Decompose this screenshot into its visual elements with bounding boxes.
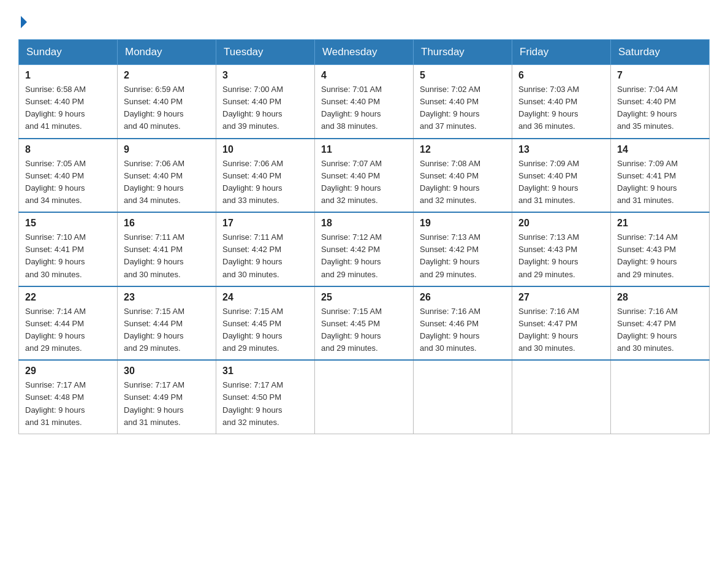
calendar-cell: 26Sunrise: 7:16 AMSunset: 4:46 PMDayligh…: [414, 286, 512, 361]
calendar-cell: [611, 360, 710, 434]
logo-arrow-icon: [21, 16, 27, 28]
day-info: Sunrise: 7:06 AMSunset: 4:40 PMDaylight:…: [124, 158, 210, 207]
day-info: Sunrise: 7:01 AMSunset: 4:40 PMDaylight:…: [321, 83, 407, 133]
calendar-cell: 8Sunrise: 7:05 AMSunset: 4:40 PMDaylight…: [19, 139, 118, 213]
day-info: Sunrise: 7:07 AMSunset: 4:40 PMDaylight:…: [321, 158, 407, 207]
day-info: Sunrise: 7:00 AMSunset: 4:40 PMDaylight:…: [222, 83, 308, 133]
calendar-cell: 10Sunrise: 7:06 AMSunset: 4:40 PMDayligh…: [216, 139, 315, 213]
day-number: 5: [420, 70, 506, 81]
calendar-cell: 1Sunrise: 6:58 AMSunset: 4:40 PMDaylight…: [19, 65, 118, 139]
calendar-cell: 18Sunrise: 7:12 AMSunset: 4:42 PMDayligh…: [315, 212, 414, 286]
day-info: Sunrise: 7:05 AMSunset: 4:40 PMDaylight:…: [25, 158, 111, 207]
day-info: Sunrise: 7:16 AMSunset: 4:47 PMDaylight:…: [518, 305, 604, 355]
day-info: Sunrise: 7:13 AMSunset: 4:43 PMDaylight:…: [518, 231, 604, 281]
column-header-tuesday: Tuesday: [216, 40, 315, 65]
week-row-1: 1Sunrise: 6:58 AMSunset: 4:40 PMDaylight…: [19, 65, 710, 139]
day-number: 28: [617, 292, 703, 303]
day-info: Sunrise: 7:11 AMSunset: 4:41 PMDaylight:…: [124, 231, 210, 281]
calendar-cell: 21Sunrise: 7:14 AMSunset: 4:43 PMDayligh…: [611, 212, 710, 286]
day-info: Sunrise: 7:11 AMSunset: 4:42 PMDaylight:…: [222, 231, 308, 281]
calendar-cell: 24Sunrise: 7:15 AMSunset: 4:45 PMDayligh…: [216, 286, 315, 361]
day-number: 14: [617, 144, 703, 155]
day-info: Sunrise: 7:15 AMSunset: 4:45 PMDaylight:…: [321, 305, 407, 355]
day-info: Sunrise: 7:10 AMSunset: 4:41 PMDaylight:…: [25, 231, 111, 281]
calendar-cell: 14Sunrise: 7:09 AMSunset: 4:41 PMDayligh…: [611, 139, 710, 213]
calendar-cell: [414, 360, 512, 434]
calendar-cell: 23Sunrise: 7:15 AMSunset: 4:44 PMDayligh…: [118, 286, 216, 361]
day-info: Sunrise: 7:15 AMSunset: 4:44 PMDaylight:…: [124, 305, 210, 355]
day-info: Sunrise: 7:15 AMSunset: 4:45 PMDaylight:…: [222, 305, 308, 355]
day-number: 8: [25, 144, 111, 155]
calendar-cell: 4Sunrise: 7:01 AMSunset: 4:40 PMDaylight…: [315, 65, 414, 139]
calendar-cell: 29Sunrise: 7:17 AMSunset: 4:48 PMDayligh…: [19, 360, 118, 434]
calendar-header-row: SundayMondayTuesdayWednesdayThursdayFrid…: [19, 40, 710, 65]
column-header-friday: Friday: [512, 40, 611, 65]
day-number: 30: [124, 366, 210, 377]
day-number: 23: [124, 292, 210, 303]
calendar-cell: 2Sunrise: 6:59 AMSunset: 4:40 PMDaylight…: [118, 65, 216, 139]
day-info: Sunrise: 7:17 AMSunset: 4:48 PMDaylight:…: [25, 379, 111, 429]
calendar-cell: 5Sunrise: 7:02 AMSunset: 4:40 PMDaylight…: [414, 65, 512, 139]
column-header-wednesday: Wednesday: [315, 40, 414, 65]
day-info: Sunrise: 7:17 AMSunset: 4:50 PMDaylight:…: [222, 379, 308, 429]
day-info: Sunrise: 7:14 AMSunset: 4:43 PMDaylight:…: [617, 231, 703, 281]
day-info: Sunrise: 7:16 AMSunset: 4:46 PMDaylight:…: [420, 305, 506, 355]
day-number: 24: [222, 292, 308, 303]
week-row-3: 15Sunrise: 7:10 AMSunset: 4:41 PMDayligh…: [19, 212, 710, 286]
day-number: 17: [222, 218, 308, 229]
logo-blue-text: [18, 16, 27, 28]
calendar-cell: 17Sunrise: 7:11 AMSunset: 4:42 PMDayligh…: [216, 212, 315, 286]
column-header-monday: Monday: [118, 40, 216, 65]
logo: [18, 12, 27, 28]
calendar-cell: 19Sunrise: 7:13 AMSunset: 4:42 PMDayligh…: [414, 212, 512, 286]
day-number: 27: [518, 292, 604, 303]
day-number: 7: [617, 70, 703, 81]
day-number: 2: [124, 70, 210, 81]
day-number: 19: [420, 218, 506, 229]
day-number: 11: [321, 144, 407, 155]
day-info: Sunrise: 7:13 AMSunset: 4:42 PMDaylight:…: [420, 231, 506, 281]
day-number: 20: [518, 218, 604, 229]
day-info: Sunrise: 7:12 AMSunset: 4:42 PMDaylight:…: [321, 231, 407, 281]
calendar-cell: 30Sunrise: 7:17 AMSunset: 4:49 PMDayligh…: [118, 360, 216, 434]
day-number: 18: [321, 218, 407, 229]
day-number: 26: [420, 292, 506, 303]
day-info: Sunrise: 7:14 AMSunset: 4:44 PMDaylight:…: [25, 305, 111, 355]
calendar-cell: 20Sunrise: 7:13 AMSunset: 4:43 PMDayligh…: [512, 212, 611, 286]
day-info: Sunrise: 6:58 AMSunset: 4:40 PMDaylight:…: [25, 83, 111, 133]
day-number: 21: [617, 218, 703, 229]
column-header-saturday: Saturday: [611, 40, 710, 65]
day-info: Sunrise: 6:59 AMSunset: 4:40 PMDaylight:…: [124, 83, 210, 133]
calendar-cell: 31Sunrise: 7:17 AMSunset: 4:50 PMDayligh…: [216, 360, 315, 434]
day-number: 16: [124, 218, 210, 229]
day-number: 1: [25, 70, 111, 81]
day-number: 10: [222, 144, 308, 155]
calendar-cell: 11Sunrise: 7:07 AMSunset: 4:40 PMDayligh…: [315, 139, 414, 213]
calendar-cell: [512, 360, 611, 434]
calendar-cell: 28Sunrise: 7:16 AMSunset: 4:47 PMDayligh…: [611, 286, 710, 361]
day-info: Sunrise: 7:09 AMSunset: 4:41 PMDaylight:…: [617, 158, 703, 207]
calendar-cell: 9Sunrise: 7:06 AMSunset: 4:40 PMDaylight…: [118, 139, 216, 213]
day-info: Sunrise: 7:03 AMSunset: 4:40 PMDaylight:…: [518, 83, 604, 133]
day-number: 22: [25, 292, 111, 303]
week-row-5: 29Sunrise: 7:17 AMSunset: 4:48 PMDayligh…: [19, 360, 710, 434]
day-number: 12: [420, 144, 506, 155]
calendar-cell: 16Sunrise: 7:11 AMSunset: 4:41 PMDayligh…: [118, 212, 216, 286]
page-header: [18, 12, 710, 28]
day-info: Sunrise: 7:17 AMSunset: 4:49 PMDaylight:…: [124, 379, 210, 429]
day-number: 31: [222, 366, 308, 377]
day-number: 4: [321, 70, 407, 81]
column-header-sunday: Sunday: [19, 40, 118, 65]
day-info: Sunrise: 7:06 AMSunset: 4:40 PMDaylight:…: [222, 158, 308, 207]
calendar-cell: 25Sunrise: 7:15 AMSunset: 4:45 PMDayligh…: [315, 286, 414, 361]
calendar-cell: 6Sunrise: 7:03 AMSunset: 4:40 PMDaylight…: [512, 65, 611, 139]
day-info: Sunrise: 7:04 AMSunset: 4:40 PMDaylight:…: [617, 83, 703, 133]
day-info: Sunrise: 7:08 AMSunset: 4:40 PMDaylight:…: [420, 158, 506, 207]
calendar-cell: 3Sunrise: 7:00 AMSunset: 4:40 PMDaylight…: [216, 65, 315, 139]
week-row-2: 8Sunrise: 7:05 AMSunset: 4:40 PMDaylight…: [19, 139, 710, 213]
day-number: 13: [518, 144, 604, 155]
calendar-cell: [315, 360, 414, 434]
calendar-cell: 13Sunrise: 7:09 AMSunset: 4:40 PMDayligh…: [512, 139, 611, 213]
calendar-cell: 27Sunrise: 7:16 AMSunset: 4:47 PMDayligh…: [512, 286, 611, 361]
day-number: 25: [321, 292, 407, 303]
